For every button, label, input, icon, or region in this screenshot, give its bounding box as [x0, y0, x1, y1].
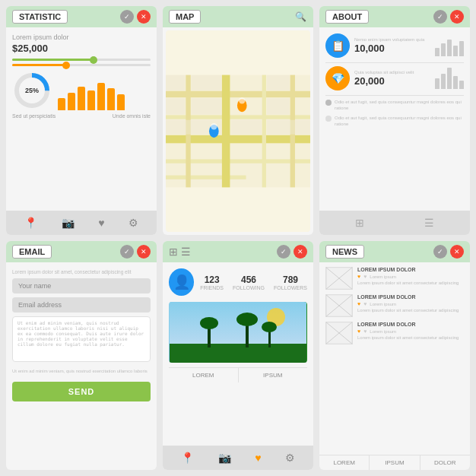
map-star-icon[interactable]: ☆	[166, 234, 176, 235]
about-close-btn[interactable]: ✕	[450, 10, 464, 24]
slider-green-fill	[12, 59, 95, 61]
statistic-footer: 📍 📷 ♥ ⚙	[6, 211, 157, 235]
map-desc-row: ☆ Lorem ipsum dolor sit amet	[166, 234, 310, 235]
email-address-input[interactable]: Email address	[12, 297, 151, 313]
ab4	[453, 46, 458, 56]
email-body: Lorem ipsum dolor sit amet, consectetur …	[6, 262, 157, 470]
social-footer-camera[interactable]: 📷	[218, 452, 231, 464]
slider-orange-thumb[interactable]	[62, 62, 70, 69]
about-info-1: Nemo enim ipsam voluptatem quia 10,000	[354, 37, 430, 55]
social-body: 👤 123 FRIENDS 456 FOLLOWING 789 FOLLOWER…	[163, 262, 313, 446]
svg-point-33	[236, 313, 258, 326]
statistic-close-btn[interactable]: ✕	[137, 10, 151, 24]
map-search-btn[interactable]: 🔍	[294, 10, 307, 24]
bar-5	[97, 83, 105, 110]
svg-point-35	[262, 322, 277, 332]
social-list-icon[interactable]: ☰	[181, 246, 191, 258]
social-panel: ⊞ ☰ ✓ ✕ 👤 123 FRIENDS 456 FOLLOWING 789	[163, 241, 313, 470]
about-icon-1: 📋	[325, 33, 350, 58]
social-stats: 123 FRIENDS 456 FOLLOWING 789 FOLLOWERS	[200, 274, 307, 290]
bar-6	[107, 88, 115, 110]
social-grid-icon[interactable]: ⊞	[169, 246, 178, 258]
news-thumb-svg-2	[326, 294, 352, 317]
map-header: MAP 🔍	[163, 6, 313, 27]
news-meta-text-2: Lorem ipsum	[370, 302, 396, 306]
news-footer: LOREM IPSUM DOLOR	[319, 455, 470, 470]
slider-green-thumb[interactable]	[90, 56, 97, 64]
about-icon-2: 💎	[325, 66, 350, 90]
news-heart-2b: ♥	[363, 301, 367, 306]
social-header: ⊞ ☰ ✓ ✕	[163, 241, 313, 262]
news-check-btn[interactable]: ✓	[433, 245, 447, 259]
about-bar-chart-1	[435, 35, 464, 56]
about-check-btn[interactable]: ✓	[433, 10, 447, 24]
social-action-icons: ✓ ✕	[277, 245, 307, 259]
about-info-2: Quia voluptas sit adipisci velit 20,000	[354, 70, 430, 87]
news-close-btn[interactable]: ✕	[450, 245, 464, 259]
slider-orange-fill	[12, 64, 68, 66]
email-check-btn[interactable]: ✓	[120, 245, 134, 259]
slider-green-track[interactable]	[12, 59, 151, 61]
email-name-input[interactable]: Your name	[12, 278, 151, 294]
about-footer: ⊞ ☰	[319, 211, 470, 235]
about-list-icon[interactable]: ☰	[424, 217, 434, 229]
news-thumb-1	[325, 267, 353, 290]
footer-camera-icon[interactable]: 📷	[62, 217, 75, 229]
social-check-btn[interactable]: ✓	[277, 245, 290, 259]
footer-heart-icon[interactable]: ♥	[98, 217, 104, 229]
email-header-icons: ✓ ✕	[120, 245, 151, 259]
footer-settings-icon[interactable]: ⚙	[129, 217, 138, 229]
social-footer-location[interactable]: 📍	[181, 452, 194, 464]
news-heart-3a: ♥	[357, 328, 360, 334]
about-tiny-1: Nemo enim ipsam voluptatem quia	[354, 37, 430, 43]
ab10	[459, 81, 464, 89]
social-profile-row: 👤 123 FRIENDS 456 FOLLOWING 789 FOLLOWER…	[169, 268, 307, 296]
about-divider-2	[325, 95, 464, 96]
email-bottom-text: Ut enim ad minim veniam, quis nostrud ex…	[12, 368, 151, 374]
social-footer-heart[interactable]: ♥	[255, 452, 261, 464]
news-heart-1a: ♥	[357, 274, 360, 279]
svg-rect-14	[267, 75, 290, 90]
svg-point-31	[200, 317, 218, 329]
map-title: MAP	[169, 10, 201, 24]
ab5	[459, 41, 464, 56]
social-avatar: 👤	[169, 268, 194, 296]
statistic-title: STATISTIC	[12, 10, 68, 24]
about-dot-2	[325, 116, 332, 122]
about-grid-icon[interactable]: ⊞	[355, 217, 364, 229]
about-header: ABOUT ✓ ✕	[319, 6, 470, 27]
news-heart-3b: ♥	[363, 328, 367, 334]
about-list-text-1: Odio et aut fugit, sed quia consequuntur…	[335, 99, 464, 112]
about-list-2: Odio et aut fugit, sed quia consequuntur…	[325, 115, 464, 128]
email-message-textarea[interactable]: Ut enim ad minim veniam, quis nostrud ex…	[12, 316, 151, 362]
news-footer-btn-1[interactable]: LOREM	[319, 455, 370, 470]
social-footer-settings[interactable]: ⚙	[285, 452, 295, 464]
social-btn-lorem[interactable]: LOREM	[169, 368, 239, 382]
news-header: NEWS ✓ ✕	[319, 241, 470, 262]
email-title: EMAIL	[12, 245, 52, 259]
about-list-text-2: Odio et aut fugit, sed quia consequuntur…	[335, 115, 464, 128]
ab9	[453, 76, 458, 89]
news-item-1: LOREM IPSUM DOLOR ♥ ♥ Lorem ipsum Lorem …	[325, 267, 464, 290]
map-body: ☆ Lorem ipsum dolor sit amet	[163, 27, 313, 235]
email-close-btn[interactable]: ✕	[137, 245, 151, 259]
email-send-button[interactable]: SEND	[12, 382, 151, 401]
statistic-check-btn[interactable]: ✓	[120, 10, 134, 24]
footer-location-icon[interactable]: 📍	[24, 217, 37, 229]
news-footer-btn-2[interactable]: IPSUM	[370, 455, 420, 470]
social-close-btn[interactable]: ✕	[294, 245, 307, 259]
about-row-2: 💎 Quia voluptas sit adipisci velit 20,00…	[325, 66, 464, 90]
social-following-label: FOLLOWING	[233, 285, 265, 290]
donut-chart: 25%	[12, 71, 52, 110]
news-footer-btn-3[interactable]: DOLOR	[420, 455, 470, 470]
stat-labels: Sed ut perspiciatis Unde omnis iste	[12, 113, 151, 119]
news-content-2: LOREM IPSUM DOLOR ♥ ♥ Lorem ipsum Lorem …	[357, 294, 464, 314]
statistic-panel: STATISTIC ✓ ✕ Lorem ipsum dolor $25,000 …	[6, 6, 157, 235]
news-header-icons: ✓ ✕	[433, 245, 464, 259]
ab6	[435, 78, 440, 89]
news-body: LOREM IPSUM DOLOR ♥ ♥ Lorem ipsum Lorem …	[319, 262, 470, 455]
about-list-1: Odio et aut fugit, sed quia consequuntur…	[325, 99, 464, 112]
slider-orange-track[interactable]	[12, 64, 151, 66]
svg-rect-16	[192, 98, 221, 114]
social-btn-ipsum[interactable]: IPSUM	[239, 368, 308, 382]
